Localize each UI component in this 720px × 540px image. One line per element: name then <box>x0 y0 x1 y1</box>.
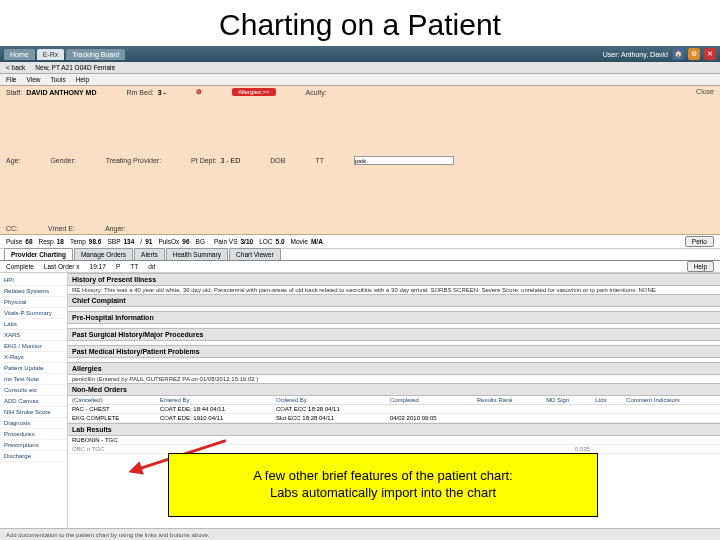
tab-health-summary[interactable]: Health Summary <box>166 248 228 260</box>
age-label: Age: <box>6 157 20 164</box>
tab-provider-charting[interactable]: Provider Charting <box>4 248 73 260</box>
sidebar-item-testnote[interactable]: ms Test Note <box>0 374 67 385</box>
sidebar-item-discharge[interactable]: Discharge <box>0 451 67 462</box>
help-button[interactable]: Help <box>687 261 714 272</box>
sidebar-item-vitals[interactable]: Vitals-P Summary <box>0 308 67 319</box>
chart-content: History of Present Illness RE History: T… <box>68 273 720 540</box>
chart-tabs: Provider Charting Manage Orders Alerts H… <box>0 249 720 261</box>
back-link[interactable]: < back <box>6 64 25 71</box>
order-completed <box>386 405 473 414</box>
menu-view[interactable]: View <box>26 76 40 83</box>
section-prehosp-header[interactable]: Pre-Hospital Information <box>68 311 720 324</box>
sidebar-item-nih[interactable]: NIH Stroke Score <box>0 407 67 418</box>
sidebar-item-consults[interactable]: Consults etc <box>0 385 67 396</box>
section-pmh-header[interactable]: Past Medical History/Patient Problems <box>68 345 720 358</box>
sidebar-item-xars[interactable]: XARS <box>0 330 67 341</box>
order-ordered: COAT ECC 18:28 04/11 <box>272 405 386 414</box>
home-icon[interactable]: 🏠 <box>672 48 684 60</box>
settings-icon[interactable]: ⚙ <box>688 48 700 60</box>
last-order-label: Last Order x <box>44 263 80 270</box>
patient-header: Close Staff: DAVID ANTHONY MD Rm Bed:3 -… <box>0 86 720 235</box>
slide-title: Charting on a Patient <box>0 0 720 46</box>
table-row[interactable]: EKG COMPLETE COAT EDE: 1910 04/11 Slot E… <box>68 414 720 423</box>
vital-sbp: 134 <box>124 238 135 245</box>
order-name: PAC - CHEST <box>68 405 156 414</box>
section-hpi-header[interactable]: History of Present Illness <box>68 273 720 286</box>
close-patient-link[interactable]: Close <box>696 88 714 95</box>
col-comment[interactable]: Comment Indicators <box>622 396 720 405</box>
tab-chart-viewer[interactable]: Chart Viewer <box>229 248 280 260</box>
section-allergies-header[interactable]: Allergies <box>68 362 720 375</box>
time-display: 19:17 <box>90 263 106 270</box>
tab-alerts[interactable]: Alerts <box>134 248 165 260</box>
menu-file[interactable]: File <box>6 76 16 83</box>
p-indicator: P <box>116 263 120 270</box>
sidebar-item-hpi[interactable]: HPI <box>0 275 67 286</box>
logout-icon[interactable]: ✕ <box>704 48 716 60</box>
user-area: User: Anthony, David 🏠 ⚙ ✕ <box>603 48 716 60</box>
vital-pulse: 68 <box>25 238 32 245</box>
table-row[interactable]: PAC - CHEST COAT EDE: 18:44 04/11 COAT E… <box>68 405 720 414</box>
gender-label: Gender: <box>50 157 75 164</box>
vital-pain-lbl: Pain VS <box>214 238 238 245</box>
tab-manage-orders[interactable]: Manage Orders <box>74 248 133 260</box>
sidebar-item-labs[interactable]: Labs <box>0 319 67 330</box>
section-labs-header[interactable]: Lab Results <box>68 423 720 436</box>
vmed-label: Vmed E: <box>48 225 75 232</box>
user-label: User: Anthony, David <box>603 51 668 58</box>
section-surg-header[interactable]: Past Surgical History/Major Procedures <box>68 328 720 341</box>
sidebar-item-diagnosis[interactable]: Diagnosis <box>0 418 67 429</box>
section-cc-header[interactable]: Chief Complaint <box>68 294 720 307</box>
col-completed[interactable]: Completed <box>386 396 473 405</box>
vital-resp-lbl: Resp <box>39 238 54 245</box>
staff-value: DAVID ANTHONY MD <box>26 89 96 96</box>
col-rank[interactable]: Results Rank <box>473 396 542 405</box>
sidebar-item-canvas[interactable]: ADD Canvas <box>0 396 67 407</box>
complete-label[interactable]: Complete <box>6 263 34 270</box>
top-tab-tracking[interactable]: Tracking Board <box>66 49 125 60</box>
order-entered: COAT EDE: 18:44 04/11 <box>156 405 272 414</box>
allergies-button[interactable]: Allergies >> <box>232 88 276 96</box>
patient-tab[interactable]: New, PT A21 O04D Female <box>35 64 115 71</box>
anger-label: Anger: <box>105 225 126 232</box>
sidebar-item-physical[interactable]: Physical <box>0 297 67 308</box>
callout-box: A few other brief features of the patien… <box>168 453 598 517</box>
anger-input[interactable] <box>354 156 454 165</box>
perio-button[interactable]: Perio <box>685 236 714 247</box>
top-bar: Home E-Rx Tracking Board User: Anthony, … <box>0 46 720 62</box>
chart-subbar: Complete Last Order x 19:17 P TT dd Help <box>0 261 720 273</box>
status-bar: Add documentation to the patient chart b… <box>0 528 720 540</box>
vital-movie-lbl: Movie <box>291 238 308 245</box>
top-tab-erx[interactable]: E-Rx <box>37 49 65 60</box>
sidebar-item-related[interactable]: Related Systems <box>0 286 67 297</box>
col-mdsign[interactable]: MD Sign <box>542 396 591 405</box>
tt-indicator: TT <box>130 263 138 270</box>
sidebar-item-update[interactable]: Patient Update <box>0 363 67 374</box>
sidebar-item-xrays[interactable]: X-Rays <box>0 352 67 363</box>
hpi-body: RE History: This was a 40 year old white… <box>68 286 720 294</box>
vital-bg-lbl: BG <box>196 238 205 245</box>
sidebar-item-ekg[interactable]: EKG / Monitor <box>0 341 67 352</box>
table-row[interactable]: RUBONIN - TGC <box>68 436 720 445</box>
col-ordered[interactable]: Ordered By <box>272 396 386 405</box>
vitals-bar: Pulse68 Resp18 Temp98.6 SBP134 /91 PulsO… <box>0 235 720 249</box>
col-ltds[interactable]: Ltds <box>591 396 622 405</box>
sidebar-item-rx[interactable]: Prescriptions <box>0 440 67 451</box>
col-cancelled[interactable]: (Cancelled) <box>68 396 156 405</box>
order-name: EKG COMPLETE <box>68 414 156 423</box>
menu-bar: File View Tools Help <box>0 74 720 86</box>
sidebar-item-procedures[interactable]: Procedures <box>0 429 67 440</box>
dd-indicator: dd <box>148 263 155 270</box>
patient-tab-bar: < back New, PT A21 O04D Female <box>0 62 720 74</box>
order-completed: 04/02 2010 09:05 <box>386 414 473 423</box>
vital-pulse-lbl: Pulse <box>6 238 22 245</box>
menu-help[interactable]: Help <box>76 76 89 83</box>
vital-pain: 3/10 <box>241 238 254 245</box>
section-nonmed-header[interactable]: Non-Med Orders <box>68 383 720 396</box>
pdept-value: 3 - ED <box>220 157 240 164</box>
chart-main: HPI Related Systems Physical Vitals-P Su… <box>0 273 720 540</box>
top-tab-home[interactable]: Home <box>4 49 35 60</box>
menu-tools[interactable]: Tools <box>50 76 65 83</box>
col-entered[interactable]: Entered By <box>156 396 272 405</box>
orders-table: (Cancelled) Entered By Ordered By Comple… <box>68 396 720 423</box>
